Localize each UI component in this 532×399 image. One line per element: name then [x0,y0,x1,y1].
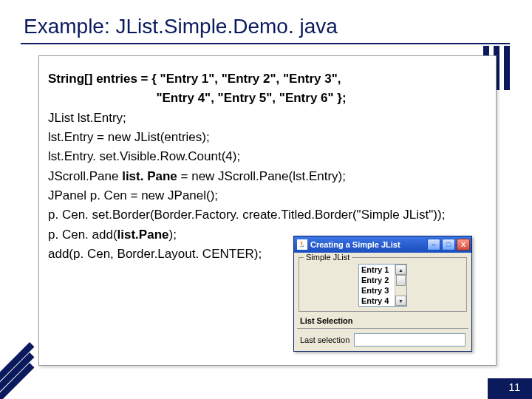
simple-jlist-panel: Simple JList Entry 1Entry 2Entry 3Entry … [299,257,467,312]
list-item[interactable]: Entry 2 [359,275,395,285]
close-button[interactable]: X [457,239,470,250]
list-selection-label: List Selection [297,313,468,325]
decoration-bars-bottom-left [0,347,52,399]
window-title: Creating a Simple JList [310,240,424,249]
last-selection-row: Last selection [297,332,468,348]
code-line: JScroll.Pane list. Pane = new JScroll.Pa… [48,167,490,186]
slide: Example: JList.Simple.Demo. java String[… [0,0,532,399]
scroll-down-button[interactable]: ▼ [395,296,406,306]
list-item[interactable]: Entry 4 [359,296,395,306]
separator [297,328,468,329]
last-selection-field[interactable] [354,333,466,347]
close-icon: X [461,241,466,248]
code-line: JList lst.Entry; [48,109,490,128]
title-bar: Example: JList.Simple.Demo. java [21,9,510,44]
java-icon [297,239,307,250]
code-line: JPanel p. Cen = new JPanel(); [48,186,490,205]
minimize-button[interactable]: – [427,239,440,250]
code-block: String[] entries = { "Entry 1", "Entry 2… [38,55,497,366]
window-body: Simple JList Entry 1Entry 2Entry 3Entry … [294,253,471,351]
last-selection-label: Last selection [300,335,349,344]
demo-window: Creating a Simple JList – □ X Simple JLi… [293,236,472,352]
list-item[interactable]: Entry 1 [359,265,395,275]
chevron-down-icon: ▼ [398,299,403,304]
page-number: 11 [504,380,525,395]
window-buttons: – □ X [427,239,470,250]
titled-border-label: Simple JList [304,253,352,262]
code-line: lst.Entry. set.Visible.Row.Count(4); [48,147,490,166]
code-line: "Entry 4", "Entry 5", "Entry 6" }; [48,89,490,108]
list-item[interactable]: Entry 3 [359,285,395,296]
scrollbar-thumb[interactable] [396,275,406,286]
scrollbar-track[interactable] [395,275,406,296]
code-line: lst.Entry = new JList(entries); [48,128,490,147]
maximize-icon: □ [446,241,450,248]
maximize-button[interactable]: □ [442,239,455,250]
jlist[interactable]: Entry 1Entry 2Entry 3Entry 4 [359,265,395,306]
minimize-icon: – [432,241,435,248]
code-line: p. Cen. set.Border(Border.Factory. creat… [48,205,490,225]
window-titlebar[interactable]: Creating a Simple JList – □ X [294,236,471,253]
scroll-up-button[interactable]: ▲ [395,265,406,275]
code-line: String[] entries = { "Entry 1", "Entry 2… [48,69,490,89]
vertical-scrollbar[interactable]: ▲ ▼ [395,265,406,306]
slide-title: Example: JList.Simple.Demo. java [21,9,510,44]
jlist-scrollpane: Entry 1Entry 2Entry 3Entry 4 ▲ ▼ [358,264,407,307]
chevron-up-icon: ▲ [398,267,403,273]
